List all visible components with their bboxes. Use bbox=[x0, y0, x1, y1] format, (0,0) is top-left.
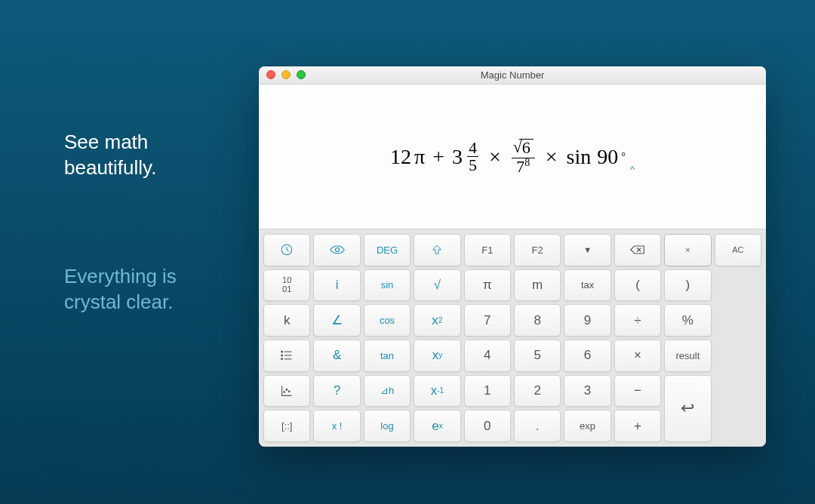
dropdown-button[interactable]: ▼ bbox=[564, 234, 610, 266]
log-button[interactable]: log bbox=[364, 410, 411, 442]
chart-button[interactable] bbox=[263, 375, 310, 407]
f1-button[interactable]: F1 bbox=[464, 234, 511, 266]
plus-button[interactable]: + bbox=[614, 410, 661, 442]
digit-8[interactable]: 8 bbox=[514, 304, 561, 337]
times-1: × bbox=[489, 145, 501, 169]
degree-symbol: ° bbox=[621, 151, 626, 163]
delta-h-button[interactable]: ⊿h bbox=[364, 375, 411, 407]
svg-point-6 bbox=[281, 358, 283, 360]
promo-headline-2: Everything is crystal clear. bbox=[64, 264, 177, 315]
divide-button[interactable]: ÷ bbox=[614, 304, 661, 337]
digit-6[interactable]: 6 bbox=[564, 340, 610, 372]
close-icon[interactable] bbox=[266, 70, 275, 79]
ex-button[interactable]: ex bbox=[414, 410, 460, 442]
mixed-whole: 3 bbox=[452, 145, 463, 169]
all-clear-button[interactable]: AC bbox=[715, 234, 761, 266]
lparen-button[interactable]: ( bbox=[614, 269, 661, 302]
percent-button[interactable]: % bbox=[664, 304, 711, 337]
help-button[interactable]: ? bbox=[313, 375, 360, 407]
pi-symbol: π bbox=[414, 145, 425, 169]
digit-5[interactable]: 5 bbox=[514, 340, 561, 372]
digit-4[interactable]: 4 bbox=[464, 340, 511, 372]
fraction-sqrt6-78: √ 6 78 bbox=[512, 139, 535, 175]
digit-9[interactable]: 9 bbox=[564, 304, 610, 337]
matrix-button[interactable]: [::] bbox=[263, 410, 310, 442]
frac2-den: 78 bbox=[515, 158, 531, 175]
promo-1-line-b: beautifully. bbox=[64, 156, 156, 179]
m-button[interactable]: m bbox=[514, 269, 561, 302]
reciprocal-button[interactable]: x-1 bbox=[414, 375, 460, 407]
digit-1[interactable]: 1 bbox=[464, 375, 511, 407]
tax-button[interactable]: tax bbox=[564, 269, 610, 302]
shift-button[interactable] bbox=[414, 234, 460, 266]
i-button[interactable]: i bbox=[313, 269, 360, 302]
digit-7[interactable]: 7 bbox=[464, 304, 511, 337]
multiply-button[interactable]: × bbox=[614, 340, 661, 372]
promo-2-line-a: Everything is bbox=[64, 265, 177, 287]
svg-point-9 bbox=[286, 389, 288, 391]
pi-button[interactable]: π bbox=[464, 269, 511, 302]
titlebar[interactable]: Magic Number bbox=[259, 66, 766, 85]
eye-icon bbox=[330, 244, 345, 255]
x2-button[interactable]: x2 bbox=[414, 304, 460, 337]
minimize-icon[interactable] bbox=[281, 70, 291, 79]
plus-sign: + bbox=[432, 145, 444, 169]
list-icon bbox=[281, 350, 293, 361]
sin-button[interactable]: sin bbox=[364, 269, 411, 302]
den-base: 7 bbox=[516, 157, 524, 176]
deg-button[interactable]: DEG bbox=[364, 234, 411, 266]
chart-icon bbox=[281, 385, 293, 397]
enter-button[interactable]: ↩ bbox=[664, 375, 711, 442]
digit-3[interactable]: 3 bbox=[564, 375, 610, 407]
clear-entry-button[interactable]: × bbox=[664, 234, 711, 266]
binary-icon: 1001 bbox=[282, 276, 291, 293]
shift-icon bbox=[431, 244, 443, 256]
angle-button[interactable]: ∠ bbox=[313, 304, 360, 337]
times-2: × bbox=[546, 145, 558, 169]
promo-headline-1: See math beautifully. bbox=[64, 130, 156, 181]
traffic-lights bbox=[266, 70, 306, 79]
den-exp: 8 bbox=[524, 156, 530, 167]
binary-button[interactable]: 1001 bbox=[263, 269, 310, 302]
factorial-button[interactable]: x ! bbox=[313, 410, 360, 442]
caret-icon: ^ bbox=[630, 164, 635, 175]
f2-button[interactable]: F2 bbox=[514, 234, 561, 266]
k-button[interactable]: k bbox=[263, 304, 310, 337]
svg-point-10 bbox=[289, 391, 291, 392]
minus-button[interactable]: − bbox=[614, 375, 661, 407]
list-button[interactable] bbox=[263, 340, 310, 372]
promo-2-line-b: crystal clear. bbox=[64, 290, 174, 313]
digit-0[interactable]: 0 bbox=[464, 410, 511, 442]
frac-num: 4 bbox=[467, 140, 478, 157]
keypad: DEG F1 F2 ▼ × AC 1001 i sin √ π m tax ( … bbox=[259, 229, 766, 447]
clock-icon bbox=[280, 243, 294, 257]
exp-button[interactable]: exp bbox=[564, 410, 610, 442]
delete-icon bbox=[630, 244, 645, 255]
history-button[interactable] bbox=[263, 234, 310, 266]
result-button[interactable]: result bbox=[664, 340, 711, 372]
expression-display[interactable]: 12 π + 3 4 5 × √ 6 78 × sin 90° ^ bbox=[259, 85, 766, 229]
sqrt-button[interactable]: √ bbox=[414, 269, 460, 302]
xy-button[interactable]: xy bbox=[414, 340, 460, 372]
rparen-button[interactable]: ) bbox=[664, 269, 711, 302]
tan-button[interactable]: tan bbox=[364, 340, 411, 372]
svg-point-1 bbox=[335, 248, 339, 252]
calculator-window: Magic Number 12 π + 3 4 5 × √ 6 78 × bbox=[259, 66, 766, 447]
zoom-icon[interactable] bbox=[297, 70, 306, 79]
view-button[interactable] bbox=[313, 234, 360, 266]
coef-12: 12 bbox=[390, 145, 411, 169]
promo-1-line-a: See math bbox=[64, 131, 148, 153]
and-button[interactable]: & bbox=[313, 340, 360, 372]
svg-point-2 bbox=[281, 352, 283, 353]
fraction-4-5: 4 5 bbox=[467, 140, 478, 174]
frac-den: 5 bbox=[467, 157, 478, 174]
delete-button[interactable] bbox=[614, 234, 661, 266]
cos-button[interactable]: cos bbox=[364, 304, 411, 337]
sin-arg: 90 bbox=[597, 145, 618, 169]
frac2-num: √ 6 bbox=[512, 139, 535, 158]
sin-label: sin bbox=[567, 145, 592, 169]
digit-2[interactable]: 2 bbox=[514, 375, 561, 407]
svg-point-4 bbox=[281, 355, 283, 356]
expression: 12 π + 3 4 5 × √ 6 78 × sin 90° ^ bbox=[390, 139, 635, 175]
decimal-button[interactable]: . bbox=[514, 410, 561, 442]
